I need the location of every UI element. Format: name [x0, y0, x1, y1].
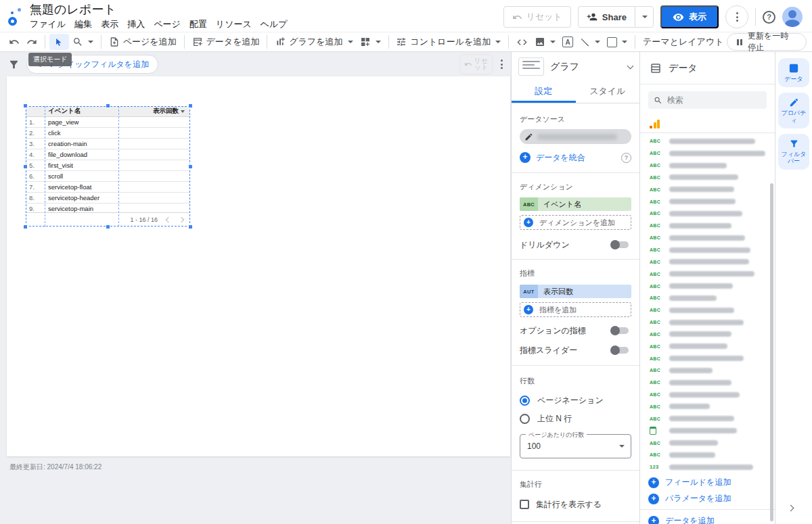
scrollbar-thumb[interactable]: [770, 183, 773, 521]
field-item[interactable]: [640, 437, 775, 449]
field-item[interactable]: [640, 183, 775, 195]
add-control-button[interactable]: コントロールを追加: [392, 34, 504, 50]
data-source-group[interactable]: [650, 115, 765, 128]
field-item[interactable]: [640, 449, 775, 461]
add-chart-button[interactable]: グラフを追加: [271, 34, 356, 50]
field-item[interactable]: [640, 268, 775, 280]
menu-item[interactable]: 表示: [101, 18, 118, 30]
pagination-option[interactable]: ページネーション: [520, 394, 631, 407]
insert-text-button[interactable]: A: [559, 34, 577, 50]
field-item[interactable]: [640, 425, 775, 437]
view-button[interactable]: 表示: [660, 5, 719, 28]
field-item[interactable]: [640, 304, 775, 316]
field-item[interactable]: [640, 401, 775, 413]
field-item[interactable]: [640, 340, 775, 352]
menu-item[interactable]: 挿入: [127, 18, 145, 30]
field-item[interactable]: [640, 292, 775, 304]
column-header-views[interactable]: 表示回数: [118, 107, 190, 116]
add-metric-button[interactable]: + 指標を追加: [520, 302, 631, 317]
more-options-button[interactable]: [725, 5, 748, 28]
pause-updates-button[interactable]: 更新を一時停止: [727, 33, 807, 51]
menu-item[interactable]: ファイル: [30, 18, 66, 30]
theme-layout-button[interactable]: テーマとレイアウト: [639, 34, 727, 50]
add-parameter-button[interactable]: + パラメータを追加: [640, 492, 775, 506]
resize-handle[interactable]: [188, 164, 193, 169]
menu-item[interactable]: 編集: [74, 18, 92, 30]
undo-button[interactable]: [5, 34, 23, 50]
field-item[interactable]: [640, 195, 775, 208]
resize-handle[interactable]: [23, 224, 28, 229]
add-dimension-button[interactable]: + ディメンションを追加: [520, 215, 631, 230]
optional-metrics-toggle[interactable]: [612, 327, 629, 334]
select-mode-button[interactable]: [49, 34, 69, 50]
help-button[interactable]: ?: [763, 11, 775, 24]
filter-bar-more-button[interactable]: [501, 59, 503, 69]
add-field-button[interactable]: + フィールドを追加: [640, 476, 775, 490]
filter-button[interactable]: [8, 59, 20, 70]
field-item[interactable]: [640, 364, 775, 377]
insert-image-button[interactable]: [531, 34, 559, 50]
field-item[interactable]: [640, 280, 775, 292]
redo-button[interactable]: [23, 34, 41, 50]
menu-item[interactable]: リソース: [216, 18, 252, 30]
metric-chip[interactable]: AUT 表示回数: [520, 285, 631, 298]
canvas-reset-button[interactable]: リセット: [459, 54, 493, 74]
menu-item[interactable]: ページ: [154, 18, 181, 30]
table-chart-widget[interactable]: イベント名 表示回数 1. page_view: [26, 106, 190, 227]
field-item[interactable]: [640, 160, 775, 172]
embed-url-button[interactable]: [513, 34, 531, 50]
collapse-panel-button[interactable]: [788, 505, 794, 512]
insert-line-button[interactable]: [577, 34, 604, 50]
resize-handle[interactable]: [106, 103, 110, 108]
field-item[interactable]: [640, 256, 775, 268]
field-item[interactable]: [640, 135, 775, 147]
rail-filter-bar-button[interactable]: フィルタバー: [778, 134, 809, 170]
menu-item[interactable]: 配置: [189, 18, 207, 30]
metric-slider-toggle[interactable]: [612, 347, 629, 354]
share-button[interactable]: Share: [579, 7, 635, 27]
field-item[interactable]: [640, 208, 775, 220]
data-source-chip[interactable]: [520, 129, 631, 144]
dimension-chip[interactable]: ABC イベント名: [520, 197, 631, 211]
field-item[interactable]: [640, 461, 775, 473]
tab-setup[interactable]: 設定: [512, 81, 576, 103]
rows-per-page-select[interactable]: ページあたりの行数 100: [520, 434, 631, 458]
field-item[interactable]: [640, 412, 775, 425]
resize-handle[interactable]: [188, 103, 193, 108]
blend-data-button[interactable]: データを統合: [536, 152, 616, 164]
show-summary-row-option[interactable]: 集計行を表示する: [520, 498, 631, 511]
rail-properties-button[interactable]: プロパティ: [778, 93, 809, 128]
field-item[interactable]: [640, 172, 775, 184]
report-title[interactable]: 無題のレポート: [30, 3, 288, 16]
field-item[interactable]: [640, 329, 775, 341]
tab-style[interactable]: スタイル: [576, 81, 640, 103]
field-item[interactable]: [640, 232, 775, 244]
drilldown-toggle[interactable]: [612, 241, 629, 248]
field-item[interactable]: [640, 352, 775, 364]
field-item[interactable]: [640, 316, 775, 329]
field-item[interactable]: [640, 220, 775, 232]
field-item[interactable]: [640, 389, 775, 401]
reset-button[interactable]: リセット: [503, 6, 571, 28]
avatar[interactable]: [782, 7, 803, 27]
menu-item[interactable]: ヘルプ: [261, 18, 288, 30]
chart-type-selector[interactable]: グラフ: [512, 52, 639, 81]
canvas-area[interactable]: + クイックフィルタを追加 選択モード リセット イベン: [0, 52, 511, 524]
field-item[interactable]: [640, 244, 775, 256]
resize-handle[interactable]: [188, 224, 193, 229]
field-item[interactable]: [640, 377, 775, 389]
next-page-icon[interactable]: [179, 216, 184, 222]
add-data-button-panel[interactable]: + データを追加: [640, 515, 775, 524]
top-n-option[interactable]: 上位 N 行: [520, 412, 631, 425]
field-search-input[interactable]: 検索: [648, 91, 767, 109]
report-page[interactable]: イベント名 表示回数 1. page_view: [7, 76, 510, 456]
field-item[interactable]: [640, 147, 775, 160]
community-visualizations-button[interactable]: [357, 34, 384, 50]
help-icon[interactable]: ?: [621, 153, 631, 163]
share-dropdown-button[interactable]: [635, 7, 653, 27]
resize-handle[interactable]: [23, 103, 28, 108]
resize-handle[interactable]: [106, 224, 110, 229]
insert-shape-button[interactable]: [604, 34, 631, 50]
rail-data-button[interactable]: データ: [778, 58, 809, 87]
add-data-button[interactable]: データを追加: [189, 34, 263, 50]
